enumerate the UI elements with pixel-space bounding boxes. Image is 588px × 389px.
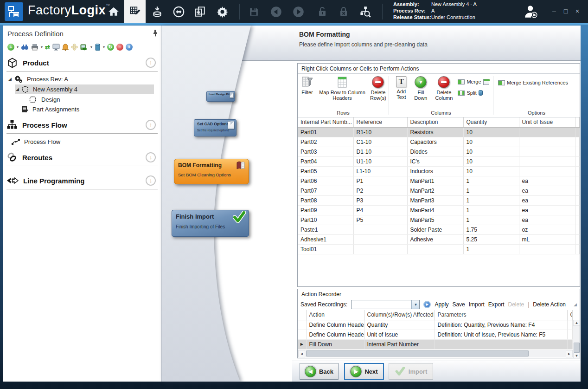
table-cell[interactable] — [567, 320, 573, 330]
split-button[interactable]: Split — [458, 88, 489, 97]
table-cell[interactable]: mL — [519, 234, 575, 244]
table-row[interactable]: Part06P1ManPart11ea — [298, 176, 580, 186]
scroll-right-button[interactable]: ► — [566, 350, 573, 357]
table-cell[interactable] — [519, 244, 575, 254]
table-cell[interactable] — [575, 176, 580, 186]
map-row-to-column-headers-button[interactable]: Map Row to Column Headers — [319, 76, 366, 101]
back-button[interactable]: ◀ Back — [300, 363, 339, 380]
table-cell[interactable]: ManPart2 — [407, 186, 463, 195]
scroll-up-button[interactable]: ▲ — [573, 320, 580, 326]
table-cell[interactable] — [519, 166, 575, 176]
table-row[interactable]: Define Column HeaderQuantityDefinition: … — [298, 320, 573, 330]
filter-button[interactable]: Filter — [298, 76, 317, 95]
pin-icon[interactable] — [152, 29, 159, 37]
table-row[interactable]: ▶Fill DownInternal Part Number — [298, 339, 573, 349]
table-cell[interactable] — [435, 339, 567, 349]
column-header[interactable]: Parameters — [435, 310, 567, 320]
table-row[interactable]: Paste1Solder Paste1.75oz — [298, 225, 580, 234]
table-cell[interactable]: Resistors — [407, 127, 463, 137]
table-cell[interactable]: Solder Paste — [407, 225, 463, 234]
maximize-button[interactable]: □ — [561, 7, 571, 15]
save-link[interactable]: Save — [452, 301, 465, 308]
table-cell[interactable]: 10 — [463, 137, 519, 147]
table-cell[interactable]: 10 — [463, 147, 519, 156]
clean-icon[interactable] — [62, 44, 69, 51]
table-cell[interactable] — [575, 195, 580, 205]
table-cell[interactable] — [519, 156, 575, 166]
table-cell[interactable] — [575, 147, 580, 156]
stop-icon[interactable]: − — [116, 44, 123, 51]
table-cell[interactable]: 10 — [463, 156, 519, 166]
table-cell[interactable] — [353, 234, 407, 244]
table-row[interactable]: Part10P5ManPart51ea — [298, 215, 580, 225]
add-text-button[interactable]: T Add Text — [393, 76, 409, 100]
distribute-button[interactable] — [168, 0, 189, 23]
table-cell[interactable]: Capacitors — [407, 137, 463, 147]
table-cell[interactable]: 1 — [463, 176, 519, 186]
table-cell[interactable]: Inductors — [407, 166, 463, 176]
table-cell[interactable]: P5 — [353, 215, 407, 225]
delete-rows-button[interactable]: Delete Row(s) — [368, 76, 389, 101]
column-header[interactable]: Reference — [353, 117, 407, 127]
table-cell[interactable]: Quantity — [364, 320, 435, 330]
chevron-down-icon[interactable]: ▾ — [411, 300, 419, 309]
table-cell[interactable]: Adhesive1 — [298, 234, 353, 244]
column-header[interactable]: Internal Part Numb... — [298, 117, 353, 127]
table-cell[interactable]: 1 — [463, 205, 519, 215]
table-cell[interactable]: P4 — [353, 205, 407, 215]
table-cell[interactable]: Paste1 — [298, 225, 353, 234]
table-cell[interactable]: Part08 — [298, 195, 353, 205]
vertical-scrollbar[interactable]: ▲ ▼ — [573, 320, 580, 358]
row-selector-cell[interactable]: ▶ — [298, 339, 306, 349]
merge-button[interactable]: Merge — [458, 77, 489, 86]
save-button[interactable] — [243, 0, 264, 23]
column-header[interactable]: Description — [407, 117, 463, 127]
print-icon[interactable] — [31, 44, 38, 51]
dropdown-icon[interactable]: ▾ — [103, 45, 105, 49]
table-cell[interactable]: Define Column Header — [306, 330, 364, 339]
table-cell[interactable]: ea — [519, 176, 575, 186]
table-cell[interactable] — [575, 166, 580, 176]
preview-icon[interactable] — [52, 44, 60, 51]
scroll-left-button[interactable]: ◄ — [298, 350, 305, 357]
logout-user-button[interactable] — [523, 4, 539, 19]
table-cell[interactable]: ea — [519, 195, 575, 205]
table-cell[interactable] — [353, 244, 407, 254]
tree-item-assembly-selected[interactable]: ◢ New Assembly 4 — [15, 84, 154, 94]
table-row[interactable]: Part05L1-10Inductors10 — [298, 166, 580, 176]
table-cell[interactable] — [575, 215, 580, 225]
table-cell[interactable]: L1-10 — [353, 166, 407, 176]
archive-icon[interactable] — [95, 44, 101, 51]
dropdown-icon[interactable]: ▾ — [17, 45, 19, 49]
table-cell[interactable]: ea — [519, 215, 575, 225]
table-cell[interactable] — [575, 127, 580, 137]
expander-icon[interactable]: ◢ — [8, 77, 14, 81]
table-row[interactable]: Tool011 — [298, 244, 580, 254]
table-cell[interactable]: Define Column Header — [306, 320, 364, 330]
table-cell[interactable] — [575, 186, 580, 195]
table-cell[interactable]: ea — [519, 205, 575, 215]
expander-icon[interactable]: ◢ — [16, 87, 21, 91]
table-cell[interactable]: IC's — [407, 156, 463, 166]
flow-step-bom-formatting[interactable]: BOM Formatting Set BOM Cleaning Options — [174, 159, 249, 184]
table-cell[interactable]: Fill Down — [306, 339, 364, 349]
back-nav-button[interactable] — [265, 0, 287, 23]
import-button[interactable]: Import — [389, 363, 433, 380]
expand-down-icon[interactable]: ↓ — [146, 175, 156, 186]
table-cell[interactable]: P3 — [353, 195, 407, 205]
record-apply-icon[interactable]: ▶ — [423, 301, 431, 308]
column-header[interactable]: C — [567, 310, 573, 320]
column-header[interactable]: Action — [306, 310, 364, 320]
table-cell[interactable] — [519, 137, 575, 147]
table-row[interactable]: Define Column HeaderUnit of IssueDefinit… — [298, 330, 573, 339]
process-definition-button[interactable] — [124, 0, 146, 23]
horizontal-scrollbar[interactable]: ◄ ► — [298, 350, 573, 357]
home-button[interactable] — [103, 0, 124, 23]
table-cell[interactable] — [519, 147, 575, 156]
close-button[interactable]: × — [572, 7, 582, 15]
settings-gear-button[interactable] — [211, 0, 233, 23]
table-row[interactable]: Part09P4ManPart41ea — [298, 205, 580, 215]
export-icon[interactable] — [80, 44, 88, 51]
table-row[interactable]: Adhesive1Adhesive5.25mL — [298, 234, 580, 244]
table-row[interactable]: Part01R1-10Resistors10 — [298, 127, 580, 137]
